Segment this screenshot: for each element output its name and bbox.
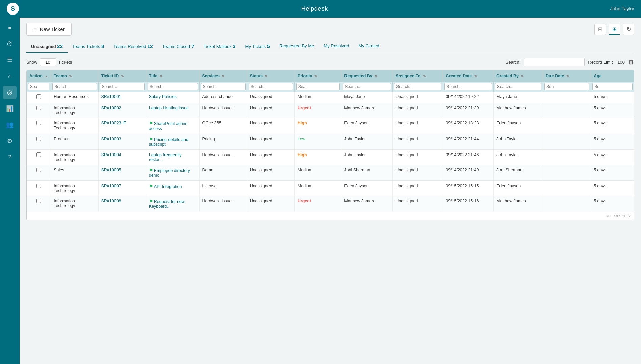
row-checkbox[interactable] xyxy=(36,106,41,110)
row-priority: Urgent xyxy=(294,103,341,118)
sidebar-icon-reports[interactable]: 📊 xyxy=(3,102,17,115)
tab-teams-resolved[interactable]: Teams Resolved 12 xyxy=(109,40,157,53)
show-count-input[interactable] xyxy=(40,58,56,66)
ticket-id-link[interactable]: SR#10023-IT xyxy=(101,121,126,125)
search-assigned-to[interactable] xyxy=(394,83,441,90)
tab-teams-closed-label: Teams Closed xyxy=(162,44,191,49)
show-row: Show Tickets Search: Record Limit 100 🗑 xyxy=(26,58,634,66)
new-ticket-label: New Ticket xyxy=(40,26,65,32)
title-link[interactable]: Laptop Heating Issue xyxy=(149,106,189,110)
ticket-id-link[interactable]: SR#10004 xyxy=(101,152,121,157)
search-input[interactable] xyxy=(524,58,585,66)
row-checkbox[interactable] xyxy=(36,168,41,172)
col-title[interactable]: Title ⇅ xyxy=(146,70,199,82)
row-created-by: Matthew James xyxy=(493,196,543,212)
tab-my-resolved[interactable]: My Resolved xyxy=(319,40,354,53)
tab-ticket-mailbox[interactable]: Ticket Mailbox 3 xyxy=(199,40,240,53)
user-name: John Taylor xyxy=(610,6,634,11)
table-row: Human Resources SR#10001 Salary Policies… xyxy=(27,92,634,103)
sidebar-icon-teams[interactable]: 👥 xyxy=(3,118,17,132)
title-link[interactable]: Salary Policies xyxy=(149,94,177,99)
row-checkbox[interactable] xyxy=(36,152,41,157)
sidebar-icon-menu[interactable]: ☰ xyxy=(3,53,17,67)
tab-teams-closed[interactable]: Teams Closed 7 xyxy=(158,40,199,53)
col-action[interactable]: Action ▲ xyxy=(27,70,51,82)
sidebar-icon-tickets[interactable]: ◎ xyxy=(3,86,17,99)
sidebar-icon-dashboard[interactable]: ● xyxy=(3,21,17,34)
title-link[interactable]: SharePoint admin access xyxy=(149,121,187,131)
col-requested-by[interactable]: Requested By ⇅ xyxy=(341,70,393,82)
row-status: Unassigned xyxy=(247,134,294,150)
row-age: 5 days xyxy=(591,196,634,212)
ticket-id-link[interactable]: SR#10005 xyxy=(101,168,121,172)
search-age[interactable] xyxy=(592,83,633,90)
col-created-by[interactable]: Created By ⇅ xyxy=(493,70,543,82)
ticket-id-link[interactable]: SR#10002 xyxy=(101,106,121,110)
tab-unassigned[interactable]: Unassigned 22 xyxy=(26,40,68,53)
sidebar-icon-home[interactable]: ⌂ xyxy=(3,69,17,83)
search-created-by[interactable] xyxy=(495,83,541,90)
search-teams[interactable] xyxy=(52,83,97,90)
flag-icon: ⚑ xyxy=(149,121,153,126)
ticket-id-link[interactable]: SR#10003 xyxy=(101,137,121,141)
refresh-button[interactable]: ↻ xyxy=(623,24,634,35)
card-view-button[interactable]: ⊟ xyxy=(594,24,606,35)
tab-my-closed[interactable]: My Closed xyxy=(354,40,384,53)
tab-requested-by-me[interactable]: Requested By Me xyxy=(275,40,319,53)
tab-teams-tickets-count: 8 xyxy=(101,43,104,49)
title-link[interactable]: Pricing details and subscript xyxy=(149,137,188,147)
row-age: 5 days xyxy=(591,118,634,134)
title-link[interactable]: Laptop frequently restar... xyxy=(149,152,182,162)
search-ticket-id[interactable] xyxy=(100,83,145,90)
search-status[interactable] xyxy=(249,83,293,90)
col-status[interactable]: Status ⇅ xyxy=(247,70,294,82)
search-action[interactable] xyxy=(28,83,49,90)
col-created-date[interactable]: Created Date ⇅ xyxy=(443,70,494,82)
search-due-date[interactable] xyxy=(544,83,589,90)
row-created-by: Eden Jayson xyxy=(493,118,543,134)
tab-unassigned-label: Unassigned xyxy=(31,44,57,49)
col-teams[interactable]: Teams ⇅ xyxy=(51,70,98,82)
col-priority[interactable]: Priority ⇅ xyxy=(294,70,341,82)
sidebar-icon-timer[interactable]: ⏱ xyxy=(3,37,17,51)
ticket-id-link[interactable]: SR#10008 xyxy=(101,199,121,203)
new-ticket-button[interactable]: + New Ticket xyxy=(26,23,72,36)
row-title: ⚑Request for new Keyboard... xyxy=(146,196,199,212)
col-due-date[interactable]: Due Date ⇅ xyxy=(543,70,591,82)
tab-teams-tickets[interactable]: Teams Tickets 8 xyxy=(68,40,109,53)
row-checkbox[interactable] xyxy=(36,94,41,99)
grid-view-button[interactable]: ⊞ xyxy=(609,24,620,35)
col-services[interactable]: Services ⇅ xyxy=(199,70,247,82)
row-checkbox[interactable] xyxy=(36,121,41,125)
row-priority: Low xyxy=(294,134,341,150)
row-status: Unassigned xyxy=(247,196,294,212)
table-row: Information Technology SR#10008 ⚑Request… xyxy=(27,196,634,212)
title-link[interactable]: API Integration xyxy=(154,184,182,189)
search-created-date[interactable] xyxy=(444,83,492,90)
title-link[interactable]: Request for new Keyboard... xyxy=(149,199,185,209)
row-requested-by: Matthew James xyxy=(341,196,393,212)
search-priority[interactable] xyxy=(296,83,340,90)
row-title: Laptop frequently restar... xyxy=(146,150,199,165)
search-requested-by[interactable] xyxy=(343,83,391,90)
row-priority: Urgent xyxy=(294,196,341,212)
search-title[interactable] xyxy=(148,83,198,90)
row-checkbox[interactable] xyxy=(36,137,41,141)
sidebar-icon-help[interactable]: ? xyxy=(3,150,17,164)
row-ticket-id: SR#10002 xyxy=(98,103,146,118)
row-due-date xyxy=(543,92,591,103)
sidebar-icon-settings[interactable]: ⚙ xyxy=(3,134,17,148)
col-ticket-id[interactable]: Ticket ID ⇅ xyxy=(98,70,146,82)
tab-my-tickets[interactable]: My Tickets 5 xyxy=(240,40,275,53)
delete-button[interactable]: 🗑 xyxy=(628,59,634,66)
title-link[interactable]: Employee directory demo xyxy=(149,168,190,178)
col-assigned-to[interactable]: Assigned To ⇅ xyxy=(393,70,443,82)
col-age[interactable]: Age xyxy=(591,70,634,82)
row-checkbox[interactable] xyxy=(36,199,41,203)
row-due-date xyxy=(543,165,591,181)
ticket-id-link[interactable]: SR#10001 xyxy=(101,94,121,99)
search-services[interactable] xyxy=(201,83,246,90)
ticket-id-link[interactable]: SR#10007 xyxy=(101,184,121,188)
row-checkbox-cell xyxy=(27,103,51,118)
row-checkbox[interactable] xyxy=(36,184,41,188)
